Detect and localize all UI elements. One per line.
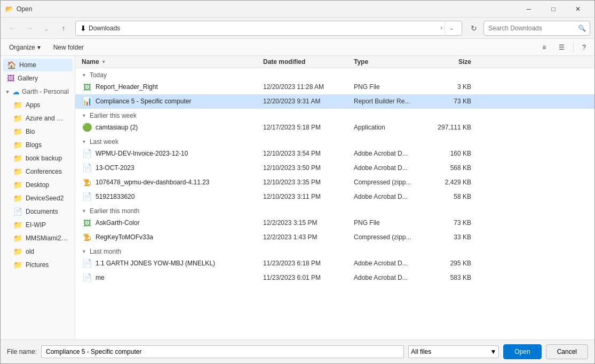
file-list-header: Name ▼ Date modified Type Size [75,56,594,68]
sidebar-item-mmsMiami[interactable]: 📁 MMSMiami202... [3,232,73,245]
sidebar-label-azure: Azure and Mo... [26,115,68,122]
file-date: 12/20/2023 9:31 AM [263,98,354,105]
file-row[interactable]: 📄 51921833620 12/10/2023 3:11 PM Adobe A… [75,190,594,204]
toolbar-separator [573,43,574,52]
view-icons-button[interactable]: ≡ [538,41,550,54]
folder-mmsMiami-icon: 📁 [13,234,22,242]
sidebar-item-conferences[interactable]: 📁 Conferences [3,165,73,178]
file-list: Name ▼ Date modified Type Size ▼ Today 🖼… [75,56,594,339]
window-controls: ─ □ ✕ [517,1,590,18]
file-size: 568 KB [429,164,471,172]
view-details-icon: ☰ [559,44,565,51]
file-name-label: camtasiaup (2) [96,124,263,131]
folder-documents-icon: 📄 [13,207,22,216]
sidebar-label-gallery: Gallery [18,75,68,82]
sidebar-item-home[interactable]: 🏠 Home [3,59,73,71]
file-size: 297,111 KB [429,124,471,131]
group-collapse-icon: ▼ [82,249,86,254]
cancel-button[interactable]: Cancel [546,344,588,359]
search-input[interactable] [483,21,590,36]
sidebar-item-blogs[interactable]: 📁 Blogs [3,139,73,151]
download-icon: ⬇ [80,24,86,33]
sidebar-item-bio[interactable]: 📁 Bio [3,125,73,138]
folder-blogs-icon: 📁 [13,141,22,149]
up-button[interactable]: ↑ [56,21,71,36]
sidebar-label-documents: Documents [26,208,68,215]
file-row[interactable]: 🖼 Report_Header_Right 12/20/2023 11:28 A… [75,80,594,94]
sidebar-item-old[interactable]: 📁 old [3,245,73,258]
forward-button[interactable]: → [22,21,37,36]
sidebar-label-mmsMiami: MMSMiami202... [26,234,68,242]
column-type[interactable]: Type [354,58,429,66]
file-type: Application [354,124,429,131]
view-details-button[interactable]: ☰ [554,41,569,54]
sidebar-label-el-wip: EI-WIP [26,221,68,229]
sidebar-item-desktop[interactable]: 📁 Desktop [3,179,73,191]
close-button[interactable]: ✕ [566,1,590,18]
sidebar-item-azure[interactable]: 📁 Azure and Mo... [3,112,73,125]
help-button[interactable]: ? [578,41,590,54]
file-row[interactable]: 🖼 AskGarth-Color 12/2/2023 3:15 PM PNG F… [75,216,594,230]
sidebar-label-deviceseed2: DeviceSeed2 [26,195,68,202]
column-name[interactable]: Name ▼ [82,58,263,66]
file-size: 73 KB [429,219,471,227]
maximize-button[interactable]: □ [541,1,566,18]
group-today[interactable]: ▼ Today [75,68,594,80]
group-last-week[interactable]: ▼ Last week [75,135,594,147]
sidebar-label-apps: Apps [26,101,68,109]
sidebar-label-home: Home [19,61,68,69]
file-icon-report: 📊 [82,96,92,107]
group-earlier-month[interactable]: ▼ Earlier this month [75,204,594,216]
sidebar-section-garth[interactable]: ▼ ☁ Garth - Personal [1,85,75,98]
sidebar-item-deviceseed2[interactable]: 📁 DeviceSeed2 [3,192,73,205]
new-folder-button[interactable]: New folder [49,41,88,54]
file-row[interactable]: 📄 1.1 GARTH JONES YOW-MBJ (MNELKL) 11/23… [75,256,594,271]
window-title: Open [17,5,517,13]
folder-conferences-icon: 📁 [13,167,22,176]
sidebar-item-book-backup[interactable]: 📁 book backup [3,152,73,165]
column-date[interactable]: Date modified [263,58,354,66]
file-row[interactable]: 📊 Compliance 5 - Specific computer 12/20… [75,94,594,109]
folder-elwip-icon: 📁 [13,221,22,229]
gallery-icon: 🖼 [7,74,14,83]
back-button[interactable]: ← [5,21,20,36]
group-earlier-month-label: Earlier this month [90,207,139,215]
file-row[interactable]: 🟢 camtasiaup (2) 12/17/2023 5:18 PM Appl… [75,120,594,135]
open-button[interactable]: Open [503,344,541,359]
minimize-button[interactable]: ─ [517,1,541,18]
file-row[interactable]: 📄 13-OCT-2023 12/10/2023 3:50 PM Adobe A… [75,161,594,175]
file-icon-zip: 🗜 [82,177,92,188]
file-type: Compressed (zipp... [354,179,429,186]
file-row[interactable]: 📄 me 11/23/2023 6:01 PM Adobe Acrobat D.… [75,271,594,285]
file-row[interactable]: 📄 WPMU-DEV-Invoice-2023-12-10 12/10/2023… [75,147,594,161]
window-icon: 📂 [5,5,13,13]
file-row[interactable]: 🗜 RegKeyToMOFv33a 12/2/2023 1:43 PM Comp… [75,230,594,245]
recent-locations-button[interactable]: ⌄ [39,21,54,36]
file-date: 11/23/2023 6:18 PM [263,260,354,267]
file-type: Adobe Acrobat D... [354,274,429,281]
organize-button[interactable]: Organize ▾ [5,41,45,54]
file-type-dropdown[interactable]: All files ▼ [408,345,499,358]
group-last-month[interactable]: ▼ Last month [75,245,594,256]
address-dropdown-button[interactable]: ⌄ [445,21,457,36]
sidebar-item-el-wip[interactable]: 📁 EI-WIP [3,219,73,231]
sidebar-item-pictures[interactable]: 📁 Pictures [3,258,73,271]
file-icon-pdf: 📄 [82,148,92,159]
title-bar: 📂 Open ─ □ ✕ [1,1,594,18]
sidebar-item-documents[interactable]: 📄 Documents [3,205,73,218]
group-last-week-label: Last week [90,138,118,145]
column-size[interactable]: Size [429,58,471,66]
file-name-input[interactable] [41,345,404,358]
file-icon-pdf: 📄 [82,272,92,283]
sidebar-item-gallery[interactable]: 🖼 Gallery [3,72,73,85]
file-date: 12/2/2023 1:43 PM [263,233,354,241]
address-bar[interactable]: ⬇ Downloads › ⌄ [75,21,462,36]
refresh-button[interactable]: ↻ [466,21,481,36]
sidebar-item-apps[interactable]: 📁 Apps [3,99,73,111]
file-name-label: 13-OCT-2023 [96,164,263,172]
cloud-icon: ☁ [12,87,20,96]
file-row[interactable]: 🗜 1076478_wpmu-dev-dashboard-4.11.23 12/… [75,175,594,190]
help-icon: ? [582,44,586,51]
group-earlier-week[interactable]: ▼ Earlier this week [75,109,594,120]
group-today-label: Today [90,71,107,79]
